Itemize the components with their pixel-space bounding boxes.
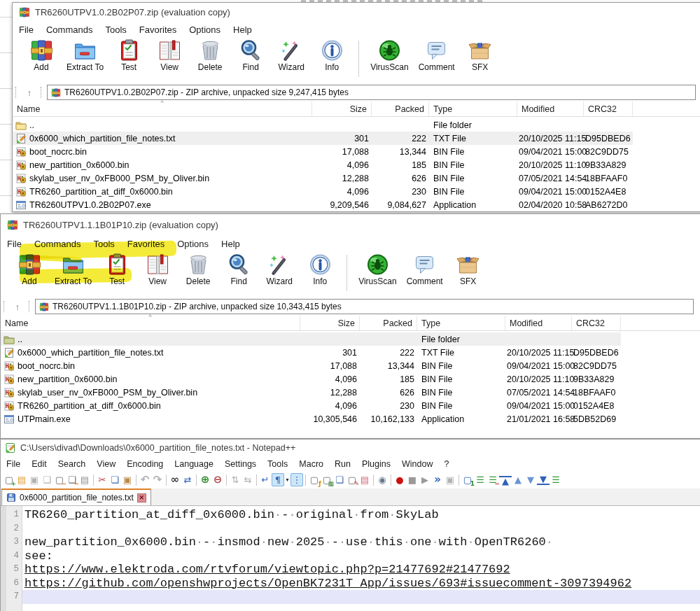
menu-item-file[interactable]: File xyxy=(13,24,40,35)
menu-item-encoding[interactable]: Encoding xyxy=(121,459,169,469)
titlebar[interactable]: C:\Users\divad\Downloads\0x6000_partitio… xyxy=(1,440,700,456)
extract-to-button[interactable]: Extract To xyxy=(50,253,97,286)
folder-as-workspace-icon[interactable]: ▤ xyxy=(358,473,371,486)
test-button[interactable]: Test xyxy=(108,39,149,72)
wizard-button[interactable]: Wizard xyxy=(271,39,312,72)
menu-item-view[interactable]: View xyxy=(91,459,121,469)
show-all-chars-dropdown-icon[interactable]: ▾ xyxy=(284,473,290,486)
column-header-modified[interactable]: Modified xyxy=(505,316,572,330)
editor-text-area[interactable]: TR6260_partition_at_diff_0x6000.bin·-·or… xyxy=(22,506,700,611)
virusscan-button[interactable]: VirusScan xyxy=(365,39,413,72)
file-row[interactable]: 0x6000_which_partition_file_notes.txt301… xyxy=(13,132,700,145)
add-button[interactable]: Add xyxy=(9,253,50,286)
titlebar[interactable]: TR6260UTPV1.1.1B01P10.zip (evaluation co… xyxy=(1,214,700,236)
goto-top-icon[interactable]: ▲ xyxy=(499,476,512,486)
menu-item-settings[interactable]: Settings xyxy=(219,459,262,469)
test-button[interactable]: Test xyxy=(97,253,137,286)
file-row[interactable]: TR6260_partition_at_diff_0x6000.bin4,096… xyxy=(1,399,700,412)
open-file-icon[interactable]: ▤ xyxy=(15,473,28,486)
find-button[interactable]: Find xyxy=(218,253,259,286)
text-editor[interactable]: 1234567 TR6260_partition_at_diff_0x6000.… xyxy=(1,506,700,611)
find-button[interactable]: Find xyxy=(230,39,271,72)
archive-path-combobox[interactable]: TR6260UTPV1.1.1B01P10.zip - ZIP archive,… xyxy=(35,299,694,314)
menu-item-favorites[interactable]: Favorites xyxy=(133,24,183,35)
up-one-level-button[interactable]: ↑ xyxy=(10,300,25,314)
file-row[interactable]: boot_nocrc.bin17,08813,344BIN File09/04/… xyxy=(13,145,700,158)
file-row[interactable]: TR6260UTPV1.0.2B02P07.exe9,209,5469,084,… xyxy=(13,198,700,211)
indent-guide-icon[interactable]: ⋮ xyxy=(290,473,303,486)
compare-set-icon[interactable]: ☰ xyxy=(474,473,486,486)
file-row[interactable]: new_partition_0x6000.bin4,096185BIN File… xyxy=(13,158,700,171)
column-header-type[interactable]: Type xyxy=(417,316,505,330)
column-header-modified[interactable]: Modified xyxy=(517,101,584,116)
close-file-icon[interactable]: ▢− xyxy=(53,473,66,486)
bookmark-margin[interactable] xyxy=(1,506,6,611)
column-header-size[interactable]: Size xyxy=(312,101,372,116)
next-diff-icon[interactable]: ▼ xyxy=(524,473,537,486)
column-header-packed[interactable]: Packed xyxy=(360,316,417,330)
paste-icon[interactable]: ▣ xyxy=(121,473,134,486)
undo-icon[interactable]: ↶ xyxy=(139,473,151,486)
column-header-packed[interactable]: Packed xyxy=(372,101,429,116)
column-header-type[interactable]: Type xyxy=(429,101,517,116)
column-header-size[interactable]: Size xyxy=(300,316,360,330)
menu-item-tools[interactable]: Tools xyxy=(262,459,293,469)
file-row[interactable]: ..File folder xyxy=(1,332,700,346)
file-row[interactable]: ..File folder xyxy=(13,118,700,132)
menu-item-help[interactable]: Help xyxy=(227,24,258,35)
view-button[interactable]: View xyxy=(149,39,190,72)
close-all-icon[interactable]: ❏− xyxy=(66,473,78,486)
file-row[interactable]: boot_nocrc.bin17,08813,344BIN File09/04/… xyxy=(1,359,700,372)
word-wrap-icon[interactable]: ↵ xyxy=(259,473,272,486)
macro-stop-icon[interactable]: ■ xyxy=(406,473,419,486)
menu-item-tools[interactable]: Tools xyxy=(87,239,120,249)
menu-item-commands[interactable]: Commands xyxy=(40,24,99,35)
editor-link-line[interactable]: https://github.com/openshwprojects/OpenB… xyxy=(22,577,700,591)
file-row[interactable]: skylab_user_nv_0xFB000_PSM_by_Oliver.bin… xyxy=(13,171,700,185)
macro-play-icon[interactable]: ▶ xyxy=(419,473,431,486)
print-icon[interactable]: ▤ xyxy=(78,473,91,486)
menu-item-file[interactable]: File xyxy=(1,239,28,249)
comment-button[interactable]: Comment xyxy=(414,39,460,72)
drag-handle[interactable] xyxy=(4,301,6,312)
virusscan-button[interactable]: VirusScan xyxy=(354,253,401,286)
menu-item-edit[interactable]: Edit xyxy=(26,459,52,469)
wizard-button[interactable]: Wizard xyxy=(259,253,300,286)
sfx-button[interactable]: SFX xyxy=(460,39,500,72)
archive-path-combobox[interactable]: TR6260UTPV1.0.2B02P07.zip - ZIP archive,… xyxy=(47,85,696,100)
compare-clear-icon[interactable]: ☰− xyxy=(486,473,499,486)
file-row[interactable]: skylab_user_nv_0xFB000_PSM_by_Oliver.bin… xyxy=(1,386,700,399)
replace-icon[interactable]: ⇄ xyxy=(181,473,194,486)
save-file-icon[interactable]: ▣ xyxy=(28,473,41,486)
macro-playback-icon[interactable]: » xyxy=(431,473,444,486)
show-all-chars-icon[interactable]: ¶ xyxy=(272,473,284,486)
menu-item-language[interactable]: Language xyxy=(169,459,219,469)
column-header-crc32[interactable]: CRC32 xyxy=(572,316,621,330)
prev-diff-icon[interactable]: ▲ xyxy=(512,473,524,486)
add-button[interactable]: Add xyxy=(21,39,62,72)
find-icon[interactable]: ∞ xyxy=(169,473,181,486)
view-button[interactable]: View xyxy=(137,253,178,286)
document-map-icon[interactable]: ▢▦ xyxy=(321,473,333,486)
copy-icon[interactable]: ❏ xyxy=(108,473,121,486)
document-tab[interactable]: 0x6000_partition_file_notes.txt ✕ xyxy=(1,489,151,505)
delete-button[interactable]: Delete xyxy=(190,39,230,72)
file-row[interactable]: 0x6000_which_partition_file_notes.txt301… xyxy=(1,346,700,359)
menu-item-plugins[interactable]: Plugins xyxy=(356,459,396,469)
zoom-in-icon[interactable]: ⊕ xyxy=(199,473,211,486)
menu-item-commands[interactable]: Commands xyxy=(28,239,87,249)
file-row[interactable]: UTPmain.exe10,305,54610,162,133Applicati… xyxy=(1,412,700,426)
cut-icon[interactable]: ✂ xyxy=(96,473,108,486)
comment-button[interactable]: Comment xyxy=(402,253,448,286)
sync-vertical-icon[interactable]: ⇅ xyxy=(229,473,241,486)
menu-item-favorites[interactable]: Favorites xyxy=(121,239,171,249)
menu-item-tools[interactable]: Tools xyxy=(99,24,132,35)
drag-handle[interactable] xyxy=(15,87,18,98)
menu-item-file[interactable]: File xyxy=(1,459,26,469)
menu-item-help[interactable]: Help xyxy=(215,239,246,249)
menu-item-macro[interactable]: Macro xyxy=(293,459,329,469)
macro-save-icon[interactable]: ▣ xyxy=(444,473,456,486)
menu-item-run[interactable]: Run xyxy=(329,459,356,469)
drag-handle[interactable] xyxy=(41,87,43,98)
first-doc-icon[interactable]: ▢1 xyxy=(461,473,474,486)
